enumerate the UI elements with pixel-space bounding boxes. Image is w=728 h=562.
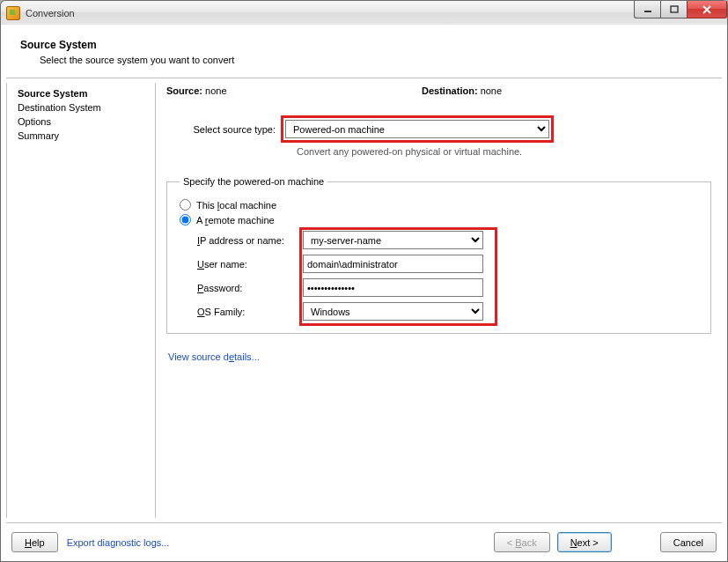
destination-value: none	[481, 85, 502, 96]
step-options[interactable]: Options	[14, 115, 148, 129]
titlebar[interactable]: Conversion	[0, 0, 728, 25]
password-input[interactable]	[303, 278, 483, 297]
minimize-icon	[643, 6, 652, 13]
help-button[interactable]: Help	[11, 532, 58, 552]
os-family-select[interactable]: Windows	[303, 302, 483, 321]
export-logs-link[interactable]: Export diagnostic logs...	[67, 537, 170, 548]
ip-address-combo[interactable]: my-server-name	[303, 231, 483, 249]
password-label: Password:	[197, 283, 303, 293]
maximize-icon	[670, 5, 679, 13]
source-dest-summary: Source: none Destination: none	[166, 85, 711, 96]
conversion-window: Conversion Source System Select the sour…	[0, 0, 728, 562]
next-button[interactable]: Next >	[557, 532, 612, 552]
app-icon	[6, 6, 20, 20]
wizard-footer: Help Export diagnostic logs... < Back Ne…	[6, 523, 722, 556]
step-destination-system[interactable]: Destination System	[14, 100, 148, 115]
page-subtitle: Select the source system you want to con…	[20, 55, 708, 65]
radio-local-row: This local machine	[180, 199, 698, 211]
close-button[interactable]	[687, 1, 727, 18]
radio-local-machine[interactable]	[180, 199, 191, 211]
ip-label: IP address or name:	[197, 235, 303, 246]
source-type-hint: Convert any powered-on physical or virtu…	[291, 146, 711, 157]
svg-rect-0	[644, 11, 651, 12]
remote-form: IP address or name: my-server-name User …	[180, 231, 698, 321]
select-source-label: Select source type:	[166, 124, 281, 135]
window-controls	[634, 1, 727, 18]
step-summary[interactable]: Summary	[14, 129, 148, 143]
radio-remote-label: A remote machine	[196, 215, 275, 226]
source-value: none	[205, 85, 226, 96]
close-icon	[702, 5, 712, 14]
page-title: Source System	[20, 39, 708, 51]
cancel-button[interactable]: Cancel	[660, 532, 717, 552]
username-input[interactable]	[303, 255, 483, 273]
step-source-system[interactable]: Source System	[14, 86, 148, 100]
os-label: OS Family:	[197, 307, 303, 317]
powered-on-fieldset: Specify the powered-on machine This loca…	[166, 176, 711, 334]
svg-rect-1	[671, 6, 678, 12]
radio-local-label: This local machine	[196, 200, 276, 211]
wizard-body: Source System Destination System Options…	[6, 78, 722, 523]
client-area: Source System Select the source system y…	[0, 25, 728, 562]
fieldset-legend: Specify the powered-on machine	[180, 176, 327, 187]
select-source-row: Select source type: Powered-on machine	[166, 115, 711, 143]
wizard-steps: Source System Destination System Options…	[6, 83, 156, 518]
view-source-details-link[interactable]: View source details...	[168, 351, 260, 362]
main-content: Source: none Destination: none Select so…	[156, 78, 722, 522]
back-button[interactable]: < Back	[494, 532, 550, 552]
destination-label: Destination:	[422, 85, 478, 96]
source-type-select[interactable]: Powered-on machine	[285, 120, 549, 138]
highlight-source-type: Powered-on machine	[281, 115, 554, 143]
window-title: Conversion	[26, 8, 75, 18]
source-label: Source:	[166, 85, 202, 96]
username-label: User name:	[197, 259, 303, 270]
radio-remote-row: A remote machine	[180, 214, 698, 226]
wizard-header: Source System Select the source system y…	[6, 30, 722, 78]
maximize-button[interactable]	[660, 1, 687, 18]
radio-remote-machine[interactable]	[180, 214, 191, 226]
minimize-button[interactable]	[634, 1, 660, 18]
